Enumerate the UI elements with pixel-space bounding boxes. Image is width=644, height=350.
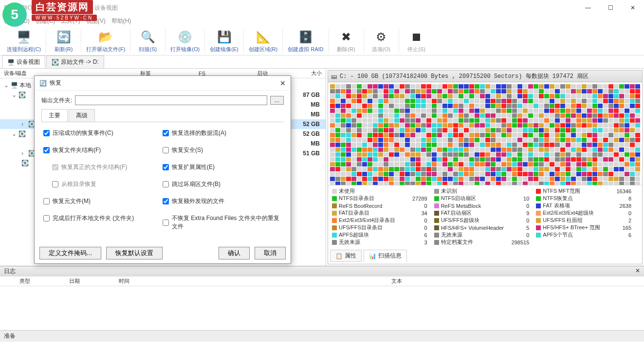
drive-icon: 💽 [21,160,30,166]
log-col-type[interactable]: 类型 [0,277,50,285]
dialog-title: 恢复 [50,79,61,87]
checkbox[interactable] [163,147,169,153]
tab-scan-info[interactable]: 📊扫描信息 [364,250,407,262]
option-label: 压缩成功的恢复事件(C) [53,129,113,137]
tool-label: 创建镜像(E) [210,46,239,53]
maximize-button[interactable]: ☐ [599,0,622,16]
legend-item [536,239,638,246]
size-label: 51 GB [303,150,326,157]
log-col-text[interactable]: 文本 [149,277,644,285]
checkbox[interactable] [52,181,58,187]
checkbox[interactable] [43,147,50,153]
checkbox[interactable] [163,181,169,187]
option-label: 恢复安全(S) [172,146,203,154]
checkbox[interactable] [163,198,169,204]
info-icon: 📊 [369,253,376,259]
toolbar-创建镜像e[interactable]: 💾创建镜像(E) [205,29,244,53]
dialog-tab-main[interactable]: 主要 [41,109,68,122]
checkbox[interactable] [163,130,169,136]
minimize-button[interactable]: — [577,0,599,16]
toolbar-选项o[interactable]: ⚙选项(O) [364,29,399,53]
legend-item: FAT启动扇区9 [434,209,536,217]
legend-item: NTFS启动扇区10 [434,195,536,202]
option-checkbox[interactable]: 恢复额外发现的文件 [163,197,282,205]
option-checkbox[interactable]: 不恢复 Extra Found Files 文件夹中的重复文件 [163,214,282,231]
tool-icon: ⏹ [409,29,424,45]
define-mask-button[interactable]: 定义文件掩码... [39,247,101,259]
toolbar-删除r[interactable]: ✖删除(R) [329,29,364,53]
tab-properties[interactable]: 📋属性 [330,250,362,262]
size-label: 52 GB [303,121,326,128]
checkbox[interactable] [43,130,50,136]
toolbar-创建区域r[interactable]: 📐创建区域(R) [244,29,283,53]
toolbar: 🖥️连接到远程(C)🔄刷新(R)📂打开驱动文件(F)🔍扫描(S)💿打开镜像(O)… [0,26,644,55]
log-col-time[interactable]: 时间 [99,277,149,285]
output-folder-input[interactable] [75,95,267,105]
checkbox[interactable] [52,164,58,170]
toolbar-打开驱动文件f[interactable]: 📂打开驱动文件(F) [81,29,130,53]
tab-label: 属性 [345,252,356,260]
chevron-right-icon[interactable]: › [21,150,28,157]
tool-icon: 💿 [177,29,193,45]
log-col-date[interactable]: 日期 [50,277,99,285]
option-checkbox[interactable]: 恢复文件夹结构(F) [43,146,163,154]
tool-icon: ✖ [338,29,354,45]
option-checkbox[interactable]: 恢复选择的数据流(A) [163,129,282,137]
option-checkbox[interactable]: 跳过坏扇区文件(B) [163,180,282,188]
legend-item: Ext2/Ext3/Ext4超级块0 [536,209,638,217]
checkbox[interactable] [43,215,50,221]
disk-icon: 💽 [52,59,59,66]
option-checkbox[interactable]: 恢复真正的文件夹结构(F) [52,163,163,171]
checkbox[interactable] [43,198,50,204]
option-checkbox[interactable]: 压缩成功的恢复事件(C) [43,129,163,137]
option-checkbox[interactable]: 恢复扩展属性(E) [163,163,282,171]
option-checkbox[interactable]: 从根目录恢复 [52,180,163,188]
sector-map[interactable] [328,82,642,185]
tool-label: 打开镜像(O) [170,46,200,53]
close-button[interactable]: ✕ [622,0,644,16]
cancel-button[interactable]: 取消 [255,247,286,259]
ok-button[interactable]: 确认 [219,247,250,259]
tab-device-view[interactable]: 🖥️ 设备视图 [2,55,45,68]
tab-raw-files[interactable]: 💽 原始文件 -> D: [46,55,104,68]
toolbar-创建虚拟 raid[interactable]: 🗄️创建虚拟 RAID [283,29,329,53]
chevron-down-icon[interactable]: ⌄ [4,82,11,89]
tool-label: 刷新(R) [55,46,73,53]
sector-map-header: 🖴 C: - 100 GB (107374182400 Bytes , 2097… [328,71,642,82]
legend-item: Ext2/Ext3/Ext4目录条目0 [332,217,434,224]
legend-item: FAT 表格项2638 [536,202,638,209]
toolbar-刷新r[interactable]: 🔄刷新(R) [46,29,81,53]
toolbar-打开镜像o[interactable]: 💿打开镜像(O) [166,29,205,53]
log-body [0,286,644,330]
option-checkbox[interactable]: 恢复安全(S) [163,146,282,154]
option-label: 恢复额外发现的文件 [172,197,224,205]
option-checkbox[interactable]: 完成后打开本地文件夹 (文件夹) [43,214,163,222]
checkbox[interactable] [163,164,169,170]
col-size[interactable]: 大小 [292,70,326,77]
legend-item: NTFS恢复点8 [536,195,638,202]
chevron-down-icon[interactable]: ⌄ [12,130,18,137]
menu-help[interactable]: 帮助(H) [111,17,131,25]
chevron-right-icon[interactable]: › [21,121,28,128]
dialog-close-icon[interactable]: ✕ [280,79,286,87]
toolbar-扫描s[interactable]: 🔍扫描(S) [130,29,166,53]
toolbar-停止s[interactable]: ⏹停止(S) [399,29,434,53]
chevron-down-icon[interactable]: ⌄ [12,92,18,98]
size-label: MB [311,111,326,118]
dialog-tab-advanced[interactable]: 高级 [69,109,95,122]
option-checkbox[interactable]: 恢复元文件(M) [43,197,163,205]
browse-button[interactable]: ... [270,96,284,105]
log-panel: 日志 ✕ 类型 日期 时间 文本 [0,266,644,330]
toolbar-连接到远程c[interactable]: 🖥️连接到远程(C) [2,29,46,53]
legend-item: ReFS MetaBlock0 [434,202,536,209]
harddrive-icon: 🖴 [331,73,337,80]
sector-map-panel: 🖴 C: - 100 GB (107374182400 Bytes , 2097… [328,70,643,264]
checkbox[interactable] [163,220,169,226]
tool-label: 扫描(S) [139,46,157,53]
log-close-icon[interactable]: ✕ [635,267,640,276]
legend-item: 未识别 [434,187,536,195]
legend-item: NTFS MFT范围16346 [536,187,638,195]
recovery-dialog: 🔄 恢复 ✕ 输出文件夹: ... 主要 高级 压缩成功的恢复事件(C)恢复文件… [34,75,291,264]
reset-defaults-button[interactable]: 恢复默认设置 [106,247,163,259]
tab-label: 设备视图 [17,58,40,66]
